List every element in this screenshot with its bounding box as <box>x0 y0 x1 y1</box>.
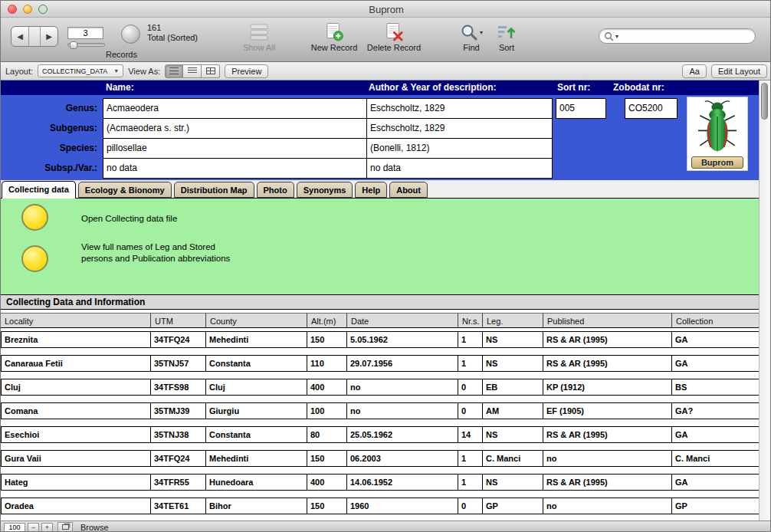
table-cell[interactable]: 400 <box>307 474 347 491</box>
table-cell[interactable]: 34TFR55 <box>150 474 206 491</box>
record-navigation[interactable]: ◀ ▶ <box>11 26 58 47</box>
table-cell[interactable]: Constanta <box>205 426 307 443</box>
table-cell[interactable]: EB <box>482 379 543 396</box>
table-cell[interactable]: 35TNJ57 <box>150 355 206 372</box>
tab-collecting-data[interactable]: Collecting data <box>2 181 76 199</box>
table-cell[interactable]: 100 <box>307 402 347 419</box>
scrollbar-thumb[interactable] <box>761 83 768 120</box>
table-cell[interactable]: GP <box>671 498 760 514</box>
table-cell[interactable]: 400 <box>307 379 347 396</box>
current-record-field[interactable]: 3 <box>67 27 103 39</box>
table-cell[interactable]: GA? <box>671 402 760 419</box>
table-cell[interactable]: 0 <box>458 402 483 419</box>
table-cell[interactable]: 80 <box>307 426 347 443</box>
table-cell[interactable]: Cluj <box>1 379 151 396</box>
table-cell[interactable]: 1 <box>458 355 483 372</box>
table-cell[interactable]: Esechioi <box>1 426 151 443</box>
table-cell[interactable]: KP (1912) <box>543 379 672 396</box>
table-cell[interactable]: 150 <box>307 498 347 514</box>
previous-record-button[interactable]: ◀ <box>11 27 28 46</box>
table-cell[interactable]: Cluj <box>205 379 307 396</box>
find-button[interactable]: ▾ Find <box>454 23 488 52</box>
table-cell[interactable]: no <box>543 450 672 467</box>
table-cell[interactable]: 14.06.1952 <box>346 474 458 491</box>
genus-author-field[interactable]: Eschscholtz, 1829 <box>366 98 553 119</box>
table-cell[interactable]: 34TET61 <box>150 498 206 514</box>
table-cell[interactable]: NS <box>482 355 543 372</box>
table-cell[interactable]: 110 <box>307 355 347 372</box>
table-cell[interactable]: GA <box>671 474 760 491</box>
table-cell[interactable]: 34TFS98 <box>150 379 206 396</box>
subgenus-field[interactable]: (Acmaeodera s. str.) <box>103 118 367 139</box>
table-cell[interactable]: Hunedoara <box>205 474 307 491</box>
vertical-scrollbar[interactable] <box>759 80 770 521</box>
subgenus-author-field[interactable]: Eschscholtz, 1829 <box>366 118 553 139</box>
record-dial[interactable] <box>121 25 140 44</box>
status-toolbar-toggle-button[interactable] <box>57 522 73 532</box>
table-cell[interactable]: 35TNJ38 <box>150 426 206 443</box>
show-all-button[interactable]: Show All <box>238 23 281 52</box>
table-cell[interactable]: 1 <box>458 331 483 348</box>
text-formatting-button[interactable]: Aa <box>682 64 706 78</box>
table-cell[interactable]: 14 <box>458 426 483 443</box>
view-full-names-button[interactable] <box>21 245 48 272</box>
table-cell[interactable]: GA <box>671 355 760 372</box>
table-cell[interactable]: Canaraua Fetii <box>1 355 151 372</box>
table-cell[interactable]: Bihor <box>205 498 307 514</box>
table-cell[interactable]: 1960 <box>346 498 458 514</box>
table-cell[interactable]: no <box>346 379 458 396</box>
table-cell[interactable]: 35TMJ39 <box>150 402 206 419</box>
table-cell[interactable]: no <box>346 402 458 419</box>
quick-search-field[interactable]: ▾ <box>599 28 756 44</box>
subspecies-author-field[interactable]: no data <box>366 158 553 179</box>
table-cell[interactable]: 0 <box>458 379 483 396</box>
table-cell[interactable]: 5.05.1962 <box>346 331 458 348</box>
edit-layout-button[interactable]: Edit Layout <box>711 64 767 78</box>
sort-nr-field[interactable]: 005 <box>556 98 606 119</box>
open-collecting-file-button[interactable] <box>21 204 48 231</box>
tab-distribution-map[interactable]: Distribution Map <box>174 182 254 198</box>
tab-photo[interactable]: Photo <box>257 182 294 198</box>
table-cell[interactable]: Breznita <box>1 331 151 348</box>
table-cell[interactable]: C. Manci <box>671 450 760 467</box>
table-cell[interactable]: Comana <box>1 402 151 419</box>
table-cell[interactable]: Oradea <box>1 498 151 514</box>
find-dropdown-arrow[interactable]: ▾ <box>480 29 483 36</box>
tab-about[interactable]: About <box>389 182 428 198</box>
zoom-in-button[interactable]: + <box>41 523 53 532</box>
table-cell[interactable]: Constanta <box>205 355 307 372</box>
table-cell[interactable]: RS & AR (1995) <box>543 331 672 348</box>
layout-popup[interactable]: COLLECTING_DATA ▼ <box>38 64 123 77</box>
tab-ecology-bionomy[interactable]: Ecology & Bionomy <box>78 182 172 198</box>
table-cell[interactable]: 25.05.1962 <box>346 426 458 443</box>
table-cell[interactable]: 150 <box>307 450 347 467</box>
table-cell[interactable]: 150 <box>307 331 347 348</box>
table-cell[interactable]: Mehedinti <box>205 450 307 467</box>
table-cell[interactable]: 34TFQ24 <box>150 331 206 348</box>
list-view-button[interactable] <box>183 64 202 78</box>
table-cell[interactable]: RS & AR (1995) <box>543 355 672 372</box>
table-cell[interactable]: NS <box>482 426 543 443</box>
genus-field[interactable]: Acmaeodera <box>103 98 367 119</box>
species-author-field[interactable]: (Bonelli, 1812) <box>366 138 553 159</box>
table-cell[interactable]: 29.07.1956 <box>346 355 458 372</box>
table-view-button[interactable] <box>202 64 220 78</box>
tab-synonyms[interactable]: Synonyms <box>297 182 353 198</box>
table-cell[interactable]: NS <box>482 331 543 348</box>
form-view-button[interactable] <box>165 64 183 78</box>
table-cell[interactable]: GA <box>671 331 760 348</box>
preview-button[interactable]: Preview <box>225 64 268 78</box>
table-cell[interactable]: GP <box>482 498 543 514</box>
table-cell[interactable]: Mehedinti <box>205 331 307 348</box>
zobodat-nr-field[interactable]: CO5200 <box>625 98 677 119</box>
record-slider[interactable] <box>67 43 105 47</box>
table-cell[interactable]: GA <box>671 426 760 443</box>
new-record-button[interactable]: New Record <box>309 23 359 52</box>
search-input[interactable] <box>620 31 750 41</box>
tab-help[interactable]: Help <box>355 182 387 198</box>
table-cell[interactable]: 34TFQ24 <box>150 450 206 467</box>
zoom-level-field[interactable]: 100 <box>4 523 25 532</box>
delete-record-button[interactable]: Delete Record <box>366 23 422 52</box>
table-cell[interactable]: 1 <box>458 450 483 467</box>
table-cell[interactable]: 1 <box>458 474 483 491</box>
